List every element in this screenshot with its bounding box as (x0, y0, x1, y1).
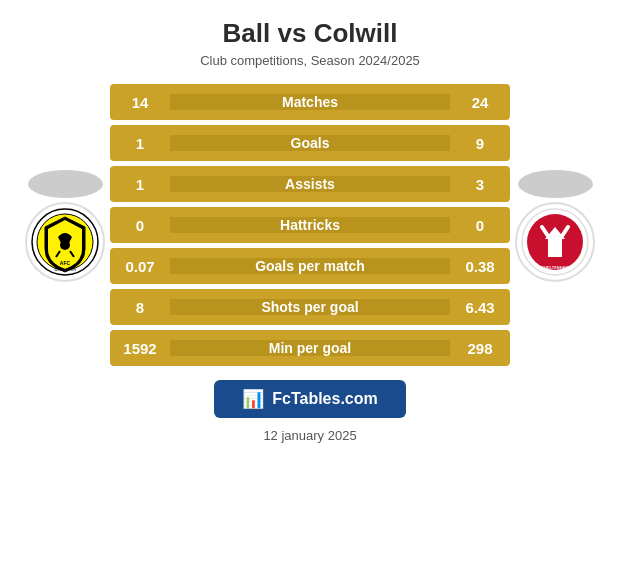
stat-left-5: 8 (110, 299, 170, 316)
stat-right-6: 298 (450, 340, 510, 357)
brand-icon: 📊 (242, 388, 264, 410)
stat-right-3: 0 (450, 217, 510, 234)
stat-label-3: Hattricks (170, 217, 450, 233)
stat-left-4: 0.07 (110, 258, 170, 275)
stat-right-4: 0.38 (450, 258, 510, 275)
stat-left-6: 1592 (110, 340, 170, 357)
comparison-section: AFC WIMBLEDON 14Matches241Goals91Assists… (20, 84, 600, 366)
stat-row-5: 8Shots per goal6.43 (110, 289, 510, 325)
stat-right-0: 24 (450, 94, 510, 111)
stat-label-5: Shots per goal (170, 299, 450, 315)
left-decor-oval (28, 170, 103, 198)
footer-date: 12 january 2025 (263, 428, 356, 443)
stat-row-3: 0Hattricks0 (110, 207, 510, 243)
stat-row-4: 0.07Goals per match0.38 (110, 248, 510, 284)
stat-right-5: 6.43 (450, 299, 510, 316)
right-club-logo-area: CHELTENHAM TOWN FC (510, 168, 600, 282)
stat-row-2: 1Assists3 (110, 166, 510, 202)
left-club-logo: AFC WIMBLEDON (25, 202, 105, 282)
svg-point-2 (60, 240, 70, 250)
svg-text:AFC: AFC (60, 260, 71, 266)
page-title: Ball vs Colwill (223, 18, 398, 49)
stat-left-1: 1 (110, 135, 170, 152)
stat-left-3: 0 (110, 217, 170, 234)
stat-row-0: 14Matches24 (110, 84, 510, 120)
page-wrapper: Ball vs Colwill Club competitions, Seaso… (0, 0, 620, 580)
brand-text: FcTables.com (272, 390, 378, 408)
stat-label-2: Assists (170, 176, 450, 192)
stat-right-1: 9 (450, 135, 510, 152)
stat-row-6: 1592Min per goal298 (110, 330, 510, 366)
page-subtitle: Club competitions, Season 2024/2025 (200, 53, 420, 68)
right-club-logo: CHELTENHAM TOWN FC (515, 202, 595, 282)
svg-text:CHELTENHAM: CHELTENHAM (541, 265, 569, 270)
left-club-logo-area: AFC WIMBLEDON (20, 168, 110, 282)
stat-left-2: 1 (110, 176, 170, 193)
stat-label-4: Goals per match (170, 258, 450, 274)
stats-table: 14Matches241Goals91Assists30Hattricks00.… (110, 84, 510, 366)
svg-text:TOWN FC: TOWN FC (547, 271, 564, 275)
svg-text:WIMBLEDON: WIMBLEDON (54, 268, 76, 272)
brand-banner: 📊 FcTables.com (214, 380, 406, 418)
stat-label-0: Matches (170, 94, 450, 110)
stat-left-0: 14 (110, 94, 170, 111)
stat-label-6: Min per goal (170, 340, 450, 356)
stat-right-2: 3 (450, 176, 510, 193)
stat-row-1: 1Goals9 (110, 125, 510, 161)
stat-label-1: Goals (170, 135, 450, 151)
right-decor-oval (518, 170, 593, 198)
